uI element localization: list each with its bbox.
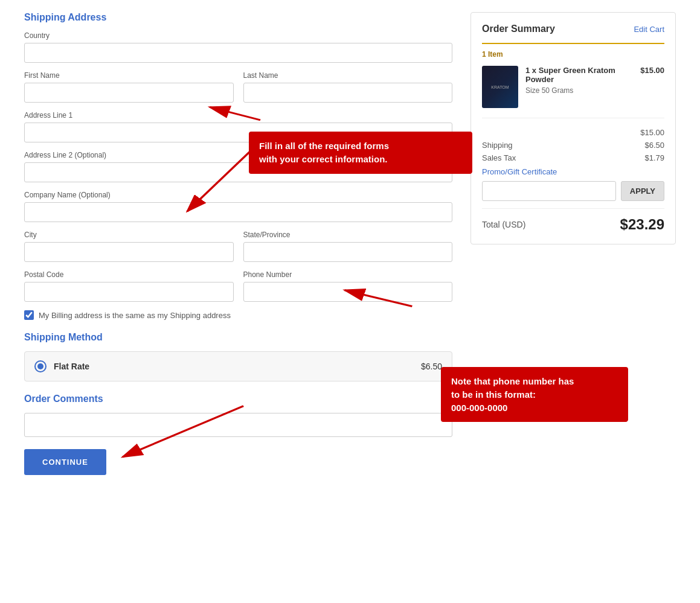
shipping-line-label: Shipping: [482, 141, 513, 150]
state-label: State/Province: [243, 231, 453, 239]
order-comments-input[interactable]: [24, 413, 452, 437]
flat-rate-label: Flat Rate: [54, 362, 414, 371]
shipping-address-title: Shipping Address: [24, 12, 452, 23]
last-name-input[interactable]: [243, 83, 453, 103]
product-price: $15.00: [640, 66, 664, 75]
product-thumb-inner: KRATOM: [482, 66, 518, 108]
postal-group: Postal Code: [24, 270, 234, 302]
company-input[interactable]: [24, 202, 452, 222]
last-name-label: Last Name: [243, 71, 453, 80]
shipping-line-value: $6.50: [644, 141, 664, 150]
product-thumb-label: KRATOM: [491, 85, 509, 89]
product-info: 1 x Super Green Kratom Powder Size 50 Gr…: [525, 66, 633, 95]
shipping-method-title: Shipping Method: [24, 332, 452, 343]
continue-button[interactable]: CONTINUE: [24, 449, 106, 475]
postal-phone-row: Postal Code Phone Number: [24, 270, 452, 310]
total-label: Total (USD): [482, 220, 525, 229]
product-name: 1 x Super Green Kratom Powder: [525, 66, 633, 84]
radio-inner: [37, 363, 43, 369]
postal-input[interactable]: [24, 282, 234, 302]
flat-rate-option[interactable]: Flat Rate $6.50: [24, 351, 452, 381]
total-line: Total (USD) $23.29: [482, 208, 664, 233]
tax-line: Sales Tax $1.79: [482, 153, 664, 162]
country-label: Country: [24, 31, 452, 40]
city-label: City: [24, 231, 234, 239]
item-count: 1 Item: [482, 43, 664, 59]
city-group: City: [24, 231, 234, 262]
first-name-input[interactable]: [24, 83, 234, 103]
billing-checkbox-row: My Billing address is the same as my Shi…: [24, 310, 452, 320]
flat-rate-price: $6.50: [421, 362, 442, 371]
country-group: Country: [24, 31, 452, 63]
first-name-label: First Name: [24, 71, 234, 80]
phone-group: Phone Number: [243, 270, 453, 302]
shipping-line: Shipping $6.50: [482, 141, 664, 150]
tax-line-value: $1.79: [644, 153, 664, 162]
address1-group: Address Line 1: [24, 111, 452, 142]
address1-label: Address Line 1: [24, 111, 452, 120]
subtotal-line: $15.00: [482, 128, 664, 137]
order-summary-title: Order Summary: [482, 24, 555, 34]
address2-label: Address Line 2 (Optional): [24, 151, 452, 159]
name-row: First Name Last Name: [24, 71, 452, 111]
tax-line-label: Sales Tax: [482, 153, 516, 162]
total-value: $23.29: [620, 216, 664, 233]
phone-label: Phone Number: [243, 270, 453, 279]
address1-input[interactable]: [24, 123, 452, 142]
first-name-group: First Name: [24, 71, 234, 103]
promo-input[interactable]: [482, 181, 616, 201]
company-label: Company Name (Optional): [24, 191, 452, 199]
promo-row: APPLY: [482, 181, 664, 201]
address2-group: Address Line 2 (Optional): [24, 151, 452, 182]
state-group: State/Province: [243, 231, 453, 262]
state-input[interactable]: [243, 242, 453, 262]
address2-input[interactable]: [24, 162, 452, 182]
order-comments-title: Order Comments: [24, 394, 452, 404]
product-size: Size 50 Grams: [525, 86, 633, 95]
product-thumbnail: KRATOM: [482, 66, 518, 108]
phone-input[interactable]: [243, 282, 453, 302]
billing-checkbox[interactable]: [24, 310, 34, 320]
order-summary-box: Order Summary Edit Cart 1 Item KRATOM 1: [470, 12, 676, 244]
edit-cart-link[interactable]: Edit Cart: [634, 25, 664, 34]
country-input[interactable]: [24, 43, 452, 63]
billing-checkbox-label: My Billing address is the same as my Shi…: [39, 311, 231, 320]
promo-link[interactable]: Promo/Gift Certificate: [482, 167, 664, 176]
city-state-row: City State/Province: [24, 231, 452, 270]
subtotal-value: $15.00: [640, 128, 664, 137]
company-group: Company Name (Optional): [24, 191, 452, 222]
postal-label: Postal Code: [24, 270, 234, 279]
last-name-group: Last Name: [243, 71, 453, 103]
city-input[interactable]: [24, 242, 234, 262]
order-summary-panel: Order Summary Edit Cart 1 Item KRATOM 1: [470, 12, 676, 244]
order-summary-header: Order Summary Edit Cart: [482, 24, 664, 34]
order-item: KRATOM 1 x Super Green Kratom Powder Siz…: [482, 66, 664, 118]
apply-button[interactable]: APPLY: [621, 181, 664, 201]
flat-rate-radio: [34, 360, 47, 372]
